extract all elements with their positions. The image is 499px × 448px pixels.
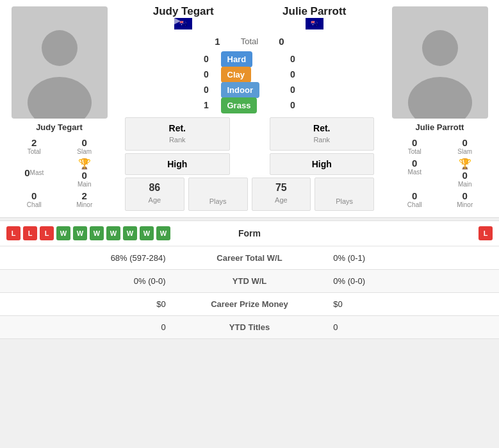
left-slam-value: 0	[61, 137, 109, 148]
left-high-value: High	[131, 159, 224, 169]
age-plays-section: 86 Age Plays 75 Age Plays	[119, 175, 380, 217]
left-high-box: High	[125, 153, 230, 175]
left-main-label: Main	[78, 181, 92, 188]
center-area: Judy Tegart 🇦🇺 Julie Parrott	[119, 0, 380, 217]
left-slam-stat: 0 Slam	[61, 137, 109, 155]
indoor-badge: Indoor	[221, 82, 259, 98]
right-name-flag: Julie Parrott 🇦🇺	[282, 5, 346, 29]
stats-left-value: 68% (597-284)	[0, 247, 175, 270]
right-plays-box: Plays	[315, 178, 374, 211]
form-badge-right-l: L	[479, 226, 493, 240]
right-player-avatar	[392, 6, 488, 119]
rank-info-row: Ret. Rank High Ret. Rank	[119, 113, 380, 175]
left-total-stat: 2 Total	[10, 137, 58, 155]
top-comparison: Judy Tegart 2 Total 0 Slam 0 Mast 🏆 0 M	[0, 0, 499, 218]
left-chall-value: 0	[10, 190, 58, 201]
form-badge-l: L	[40, 226, 54, 240]
left-age-label: Age	[149, 196, 161, 204]
surface-rows: 0 Hard 0 0 Clay 0 0 Indoor	[119, 51, 380, 113]
left-age-value: 86	[129, 182, 180, 194]
right-slam-stat: 0 Slam	[441, 137, 489, 155]
right-mast-label: Mast	[391, 169, 439, 176]
right-plays-value	[319, 182, 370, 195]
right-rank-label: Rank	[313, 136, 330, 144]
left-player-stats: 2 Total 0 Slam 0 Mast 🏆 0 Main 0	[5, 137, 113, 208]
hard-label: Hard	[221, 53, 279, 65]
right-flag-icon: 🇦🇺	[306, 18, 323, 29]
right-high-box: High	[270, 153, 375, 175]
stats-center-label: YTD W/L	[175, 270, 325, 293]
trophy-icon-right: 🏆	[459, 158, 471, 170]
left-rank-info: Ret. Rank High	[125, 117, 230, 175]
right-main-value: 0	[462, 170, 468, 181]
career-stats-table: 68% (597-284)Career Total W/L0% (0-1)0% …	[0, 247, 499, 339]
stats-center-label: Career Prize Money	[175, 293, 325, 316]
right-main-label: Main	[458, 181, 472, 188]
left-name-display: Judy Tegart	[153, 5, 214, 18]
right-slam-value: 0	[441, 137, 489, 148]
right-player-name: Julie Parrott	[416, 122, 464, 132]
form-label: Form	[199, 228, 301, 238]
right-high-value: High	[275, 159, 369, 169]
hard-left-score: 0	[199, 54, 215, 64]
trophy-icon: 🏆	[78, 158, 91, 170]
right-name-display: Julie Parrott	[282, 5, 346, 18]
right-main-stat: 🏆 0 Main	[441, 158, 489, 188]
left-flag-row: 🇦🇺	[153, 18, 214, 29]
hard-right-score: 0	[285, 54, 301, 64]
svg-text:🇦🇺: 🇦🇺	[311, 19, 319, 28]
right-minor-stat: 0 Minor	[441, 190, 489, 208]
stats-table-row: 68% (597-284)Career Total W/L0% (0-1)	[0, 247, 499, 270]
form-section: LLLWWWWWWW Form L	[0, 220, 499, 245]
surface-row-hard: 0 Hard 0	[119, 53, 380, 65]
left-slam-label: Slam	[61, 148, 109, 155]
left-total-value: 2	[10, 137, 58, 148]
left-plays-box: Plays	[188, 178, 248, 211]
left-minor-stat: 2 Minor	[61, 190, 109, 208]
left-mast-label: Mast	[30, 169, 44, 176]
indoor-label: Indoor	[221, 84, 279, 95]
surface-row-grass: 1 Grass 0	[119, 99, 380, 111]
left-chall-stat: 0 Chall	[10, 190, 58, 208]
right-chall-label: Chall	[391, 201, 439, 208]
grass-badge: Grass	[221, 97, 258, 113]
stats-left-value: 0% (0-0)	[0, 270, 175, 293]
right-age-box: 75 Age	[252, 178, 311, 211]
left-total-label: Total	[10, 148, 58, 155]
stats-left-value: $0	[0, 293, 175, 316]
left-plays-label: Plays	[209, 197, 227, 205]
stats-center-label: Career Total W/L	[175, 247, 325, 270]
stats-center-label: YTD Titles	[175, 316, 325, 339]
total-left-score: 1	[208, 36, 227, 47]
right-chall-stat: 0 Chall	[391, 190, 439, 208]
right-slam-label: Slam	[441, 148, 489, 155]
right-minor-value: 0	[441, 190, 489, 201]
right-total-label: Total	[391, 148, 439, 155]
form-badge-w: W	[140, 226, 154, 240]
right-player-stats: 0 Total 0 Slam 0 Mast 🏆 0 Main 0	[386, 137, 494, 208]
form-badge-w: W	[123, 226, 137, 240]
left-minor-label: Minor	[61, 201, 109, 208]
left-plays-value	[193, 182, 243, 195]
left-rank-value: Ret.	[131, 123, 224, 133]
right-total-stat: 0 Total	[391, 137, 439, 155]
clay-badge: Clay	[221, 67, 251, 83]
form-right-results: L	[301, 226, 493, 240]
left-age-box: 86 Age	[125, 178, 184, 211]
left-mast-value: 0	[24, 167, 29, 178]
form-badge-w: W	[73, 226, 87, 240]
surface-row-clay: 0 Clay 0	[119, 69, 380, 80]
form-badge-l: L	[23, 226, 37, 240]
left-main-stat: 🏆 0 Main	[61, 158, 109, 188]
stats-right-value: 0	[324, 316, 499, 339]
right-age-value: 75	[256, 182, 307, 194]
stats-right-value: 0% (0-1)	[324, 247, 499, 270]
surface-row-indoor: 0 Indoor 0	[119, 84, 380, 95]
right-minor-label: Minor	[441, 201, 489, 208]
form-badge-w: W	[106, 226, 120, 240]
clay-label: Clay	[221, 69, 279, 80]
svg-text:🇦🇺: 🇦🇺	[179, 19, 188, 28]
indoor-left-score: 0	[199, 85, 215, 95]
right-total-value: 0	[391, 137, 439, 148]
form-left-results: LLLWWWWWWW	[6, 226, 199, 240]
